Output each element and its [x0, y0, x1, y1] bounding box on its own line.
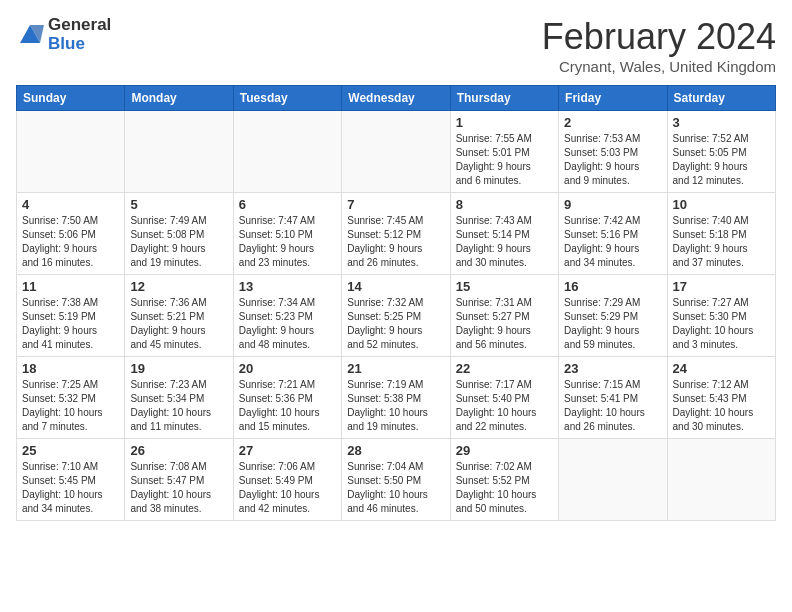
day-number: 16 [564, 279, 661, 294]
day-number: 8 [456, 197, 553, 212]
logo: General Blue [16, 16, 111, 53]
day-info: Sunrise: 7:27 AM Sunset: 5:30 PM Dayligh… [673, 296, 770, 352]
calendar-cell: 11Sunrise: 7:38 AM Sunset: 5:19 PM Dayli… [17, 275, 125, 357]
calendar-cell: 5Sunrise: 7:49 AM Sunset: 5:08 PM Daylig… [125, 193, 233, 275]
calendar-cell: 21Sunrise: 7:19 AM Sunset: 5:38 PM Dayli… [342, 357, 450, 439]
calendar-cell [667, 439, 775, 521]
day-number: 15 [456, 279, 553, 294]
day-number: 20 [239, 361, 336, 376]
calendar-cell: 29Sunrise: 7:02 AM Sunset: 5:52 PM Dayli… [450, 439, 558, 521]
day-number: 2 [564, 115, 661, 130]
day-number: 14 [347, 279, 444, 294]
calendar-cell [125, 111, 233, 193]
day-info: Sunrise: 7:36 AM Sunset: 5:21 PM Dayligh… [130, 296, 227, 352]
calendar-cell: 13Sunrise: 7:34 AM Sunset: 5:23 PM Dayli… [233, 275, 341, 357]
day-info: Sunrise: 7:40 AM Sunset: 5:18 PM Dayligh… [673, 214, 770, 270]
day-info: Sunrise: 7:10 AM Sunset: 5:45 PM Dayligh… [22, 460, 119, 516]
calendar-cell: 6Sunrise: 7:47 AM Sunset: 5:10 PM Daylig… [233, 193, 341, 275]
day-number: 22 [456, 361, 553, 376]
weekday-header-wednesday: Wednesday [342, 86, 450, 111]
location: Crynant, Wales, United Kingdom [542, 58, 776, 75]
day-number: 11 [22, 279, 119, 294]
day-number: 4 [22, 197, 119, 212]
day-number: 7 [347, 197, 444, 212]
day-info: Sunrise: 7:17 AM Sunset: 5:40 PM Dayligh… [456, 378, 553, 434]
day-number: 26 [130, 443, 227, 458]
title-block: February 2024 Crynant, Wales, United Kin… [542, 16, 776, 75]
calendar-cell: 25Sunrise: 7:10 AM Sunset: 5:45 PM Dayli… [17, 439, 125, 521]
day-info: Sunrise: 7:15 AM Sunset: 5:41 PM Dayligh… [564, 378, 661, 434]
day-info: Sunrise: 7:53 AM Sunset: 5:03 PM Dayligh… [564, 132, 661, 188]
week-row-5: 25Sunrise: 7:10 AM Sunset: 5:45 PM Dayli… [17, 439, 776, 521]
day-number: 5 [130, 197, 227, 212]
day-info: Sunrise: 7:25 AM Sunset: 5:32 PM Dayligh… [22, 378, 119, 434]
day-info: Sunrise: 7:19 AM Sunset: 5:38 PM Dayligh… [347, 378, 444, 434]
day-number: 29 [456, 443, 553, 458]
calendar-table: SundayMondayTuesdayWednesdayThursdayFrid… [16, 85, 776, 521]
calendar-cell: 4Sunrise: 7:50 AM Sunset: 5:06 PM Daylig… [17, 193, 125, 275]
day-info: Sunrise: 7:38 AM Sunset: 5:19 PM Dayligh… [22, 296, 119, 352]
day-number: 25 [22, 443, 119, 458]
day-info: Sunrise: 7:04 AM Sunset: 5:50 PM Dayligh… [347, 460, 444, 516]
calendar-cell: 9Sunrise: 7:42 AM Sunset: 5:16 PM Daylig… [559, 193, 667, 275]
day-info: Sunrise: 7:55 AM Sunset: 5:01 PM Dayligh… [456, 132, 553, 188]
weekday-header-friday: Friday [559, 86, 667, 111]
day-number: 19 [130, 361, 227, 376]
weekday-header-saturday: Saturday [667, 86, 775, 111]
weekday-header-tuesday: Tuesday [233, 86, 341, 111]
calendar-cell: 16Sunrise: 7:29 AM Sunset: 5:29 PM Dayli… [559, 275, 667, 357]
day-number: 23 [564, 361, 661, 376]
logo-general-text: General [48, 16, 111, 35]
day-info: Sunrise: 7:50 AM Sunset: 5:06 PM Dayligh… [22, 214, 119, 270]
calendar-cell: 12Sunrise: 7:36 AM Sunset: 5:21 PM Dayli… [125, 275, 233, 357]
day-info: Sunrise: 7:08 AM Sunset: 5:47 PM Dayligh… [130, 460, 227, 516]
calendar-cell: 2Sunrise: 7:53 AM Sunset: 5:03 PM Daylig… [559, 111, 667, 193]
weekday-header-monday: Monday [125, 86, 233, 111]
day-info: Sunrise: 7:52 AM Sunset: 5:05 PM Dayligh… [673, 132, 770, 188]
calendar-cell: 1Sunrise: 7:55 AM Sunset: 5:01 PM Daylig… [450, 111, 558, 193]
week-row-4: 18Sunrise: 7:25 AM Sunset: 5:32 PM Dayli… [17, 357, 776, 439]
day-number: 12 [130, 279, 227, 294]
day-info: Sunrise: 7:12 AM Sunset: 5:43 PM Dayligh… [673, 378, 770, 434]
calendar-cell: 20Sunrise: 7:21 AM Sunset: 5:36 PM Dayli… [233, 357, 341, 439]
calendar-cell [342, 111, 450, 193]
calendar-cell [233, 111, 341, 193]
day-info: Sunrise: 7:23 AM Sunset: 5:34 PM Dayligh… [130, 378, 227, 434]
weekday-header-row: SundayMondayTuesdayWednesdayThursdayFrid… [17, 86, 776, 111]
day-info: Sunrise: 7:31 AM Sunset: 5:27 PM Dayligh… [456, 296, 553, 352]
day-number: 6 [239, 197, 336, 212]
week-row-1: 1Sunrise: 7:55 AM Sunset: 5:01 PM Daylig… [17, 111, 776, 193]
calendar-cell: 19Sunrise: 7:23 AM Sunset: 5:34 PM Dayli… [125, 357, 233, 439]
day-info: Sunrise: 7:34 AM Sunset: 5:23 PM Dayligh… [239, 296, 336, 352]
day-number: 21 [347, 361, 444, 376]
day-info: Sunrise: 7:06 AM Sunset: 5:49 PM Dayligh… [239, 460, 336, 516]
calendar-cell: 14Sunrise: 7:32 AM Sunset: 5:25 PM Dayli… [342, 275, 450, 357]
calendar-cell: 27Sunrise: 7:06 AM Sunset: 5:49 PM Dayli… [233, 439, 341, 521]
day-number: 3 [673, 115, 770, 130]
day-number: 27 [239, 443, 336, 458]
day-info: Sunrise: 7:45 AM Sunset: 5:12 PM Dayligh… [347, 214, 444, 270]
calendar-cell: 7Sunrise: 7:45 AM Sunset: 5:12 PM Daylig… [342, 193, 450, 275]
calendar-cell: 28Sunrise: 7:04 AM Sunset: 5:50 PM Dayli… [342, 439, 450, 521]
month-title: February 2024 [542, 16, 776, 58]
page-header: General Blue February 2024 Crynant, Wale… [16, 16, 776, 75]
calendar-cell: 8Sunrise: 7:43 AM Sunset: 5:14 PM Daylig… [450, 193, 558, 275]
calendar-cell: 26Sunrise: 7:08 AM Sunset: 5:47 PM Dayli… [125, 439, 233, 521]
day-info: Sunrise: 7:49 AM Sunset: 5:08 PM Dayligh… [130, 214, 227, 270]
day-number: 28 [347, 443, 444, 458]
calendar-cell: 15Sunrise: 7:31 AM Sunset: 5:27 PM Dayli… [450, 275, 558, 357]
weekday-header-sunday: Sunday [17, 86, 125, 111]
calendar-cell: 18Sunrise: 7:25 AM Sunset: 5:32 PM Dayli… [17, 357, 125, 439]
day-number: 17 [673, 279, 770, 294]
day-info: Sunrise: 7:29 AM Sunset: 5:29 PM Dayligh… [564, 296, 661, 352]
week-row-3: 11Sunrise: 7:38 AM Sunset: 5:19 PM Dayli… [17, 275, 776, 357]
calendar-cell [17, 111, 125, 193]
day-number: 10 [673, 197, 770, 212]
calendar-cell: 22Sunrise: 7:17 AM Sunset: 5:40 PM Dayli… [450, 357, 558, 439]
day-number: 9 [564, 197, 661, 212]
day-info: Sunrise: 7:47 AM Sunset: 5:10 PM Dayligh… [239, 214, 336, 270]
calendar-cell: 17Sunrise: 7:27 AM Sunset: 5:30 PM Dayli… [667, 275, 775, 357]
week-row-2: 4Sunrise: 7:50 AM Sunset: 5:06 PM Daylig… [17, 193, 776, 275]
day-number: 1 [456, 115, 553, 130]
day-number: 24 [673, 361, 770, 376]
